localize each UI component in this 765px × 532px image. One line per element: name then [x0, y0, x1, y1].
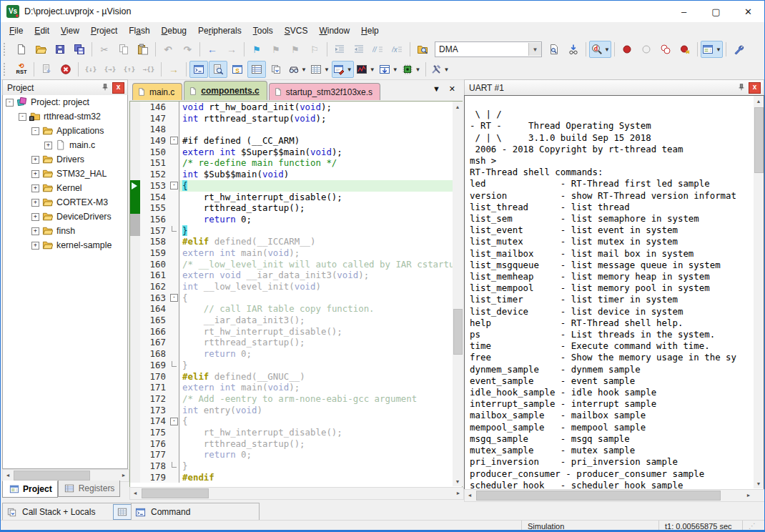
scroll-down-icon[interactable]: ▼ — [754, 478, 764, 488]
fold-margin[interactable] — [169, 371, 179, 383]
sidebar-item-devicedrivers[interactable]: +DeviceDrivers — [3, 210, 127, 224]
execution-margin[interactable] — [130, 135, 140, 147]
fold-margin[interactable] — [169, 405, 179, 416]
command-dock[interactable]: Command — [131, 503, 260, 521]
fold-margin[interactable] — [169, 393, 179, 405]
scroll-up-icon[interactable]: ▲ — [453, 102, 463, 112]
configure-target-button[interactable] — [729, 41, 748, 58]
new-file-button[interactable] — [12, 41, 31, 58]
execution-margin[interactable] — [130, 157, 140, 169]
uart-output[interactable]: \ | /- RT - Thread Operating System / | … — [464, 95, 764, 492]
fold-margin[interactable] — [169, 472, 179, 483]
expand-icon[interactable]: + — [44, 142, 52, 149]
scroll-down-icon[interactable]: ▼ — [453, 476, 463, 486]
execution-margin[interactable] — [130, 360, 140, 371]
chevron-down-icon[interactable]: ▼ — [716, 46, 721, 53]
uart-hscrollbar[interactable]: ◄ ► — [464, 489, 765, 502]
copy-button[interactable] — [114, 41, 133, 58]
menu-item-edit[interactable]: Edit — [29, 24, 55, 38]
step-button[interactable]: {↓} — [82, 61, 100, 78]
disassembly-window-button[interactable] — [209, 61, 227, 78]
menu-item-project[interactable]: Project — [85, 24, 123, 38]
window-views-button[interactable]: ▼ — [701, 41, 723, 58]
expand-icon[interactable]: + — [31, 242, 39, 250]
chevron-down-icon[interactable]: ▼ — [415, 66, 421, 73]
execution-margin[interactable] — [130, 214, 140, 225]
fold-margin[interactable]: - — [169, 180, 179, 192]
fold-margin[interactable] — [169, 247, 179, 259]
memory-window-button[interactable]: ▼ — [309, 61, 331, 78]
execution-margin[interactable] — [130, 259, 140, 270]
sidebar-item-finsh[interactable]: +finsh — [3, 224, 127, 238]
disable-all-breakpoints-button[interactable] — [656, 41, 675, 58]
execution-margin[interactable] — [130, 192, 140, 203]
chevron-down-icon[interactable]: ▼ — [393, 66, 398, 73]
expand-icon[interactable]: + — [31, 170, 39, 178]
scroll-right-icon[interactable]: ► — [119, 470, 129, 480]
chevron-down-icon[interactable]: ▼ — [324, 66, 330, 73]
uart-panel-close-icon[interactable]: x — [749, 82, 761, 94]
start-stop-debug-session-button[interactable]: d▼ — [589, 41, 611, 58]
execution-margin[interactable] — [130, 371, 140, 383]
navigate-back-button[interactable]: ← — [203, 41, 222, 58]
command-window-button[interactable] — [189, 61, 208, 78]
enable-disable-breakpoint-button[interactable] — [637, 41, 656, 58]
menu-item-view[interactable]: View — [55, 24, 85, 38]
scroll-left-icon[interactable]: ◄ — [465, 490, 475, 500]
collapse-icon[interactable]: - — [31, 127, 39, 135]
chevron-down-icon[interactable]: ▼ — [528, 43, 541, 56]
unindent-button[interactable] — [350, 41, 368, 58]
sidebar-item-main-c[interactable]: +main.c — [3, 138, 127, 152]
fold-margin[interactable] — [169, 315, 179, 326]
execution-margin[interactable] — [130, 393, 140, 405]
cut-button[interactable]: ✂ — [95, 41, 114, 58]
system-viewer-button[interactable]: ▼ — [400, 61, 423, 78]
editor-vscrollbar[interactable]: ▲ ▼ — [453, 102, 463, 486]
step-out-button[interactable]: {↑} — [120, 61, 139, 78]
execution-margin[interactable] — [130, 303, 140, 315]
fold-margin[interactable] — [169, 449, 179, 460]
save-all-button[interactable] — [70, 41, 89, 58]
registers-window-button[interactable] — [247, 61, 266, 78]
editor-tab-startup-stm32f103xe-s[interactable]: startup_stm32f103xe.s — [269, 83, 380, 100]
fold-margin[interactable]: - — [169, 292, 179, 304]
menu-item-peripherals[interactable]: Peripherals — [192, 24, 247, 38]
execution-margin[interactable] — [130, 315, 140, 326]
fold-margin[interactable] — [169, 192, 179, 203]
next-bookmark-button[interactable]: ⚑ — [286, 41, 305, 58]
pin-icon[interactable] — [737, 83, 746, 94]
tab-registers[interactable]: Registers — [58, 481, 121, 497]
insert-remove-breakpoint-button[interactable] — [618, 41, 636, 58]
fold-margin[interactable] — [169, 281, 179, 292]
execution-margin[interactable] — [130, 382, 140, 393]
fold-collapse-icon[interactable]: - — [170, 182, 178, 189]
fold-margin[interactable] — [169, 460, 179, 472]
pin-icon[interactable] — [101, 83, 109, 94]
chevron-down-icon[interactable]: ▼ — [444, 66, 450, 73]
fold-margin[interactable] — [169, 236, 179, 247]
toolbar-grip[interactable] — [4, 43, 9, 56]
execution-margin[interactable] — [130, 113, 140, 124]
execution-margin[interactable] — [130, 169, 140, 180]
menu-item-debug[interactable]: Debug — [156, 24, 192, 38]
execution-margin[interactable] — [130, 124, 140, 135]
kill-all-breakpoints-button[interactable] — [676, 41, 694, 58]
execution-margin[interactable] — [130, 348, 140, 360]
uncomment-selection-button[interactable]: /x — [388, 41, 407, 58]
execution-margin[interactable] — [130, 472, 140, 483]
execution-margin[interactable] — [130, 202, 140, 214]
call-stack-window-button[interactable] — [267, 61, 285, 78]
editor-hscrollbar[interactable]: ◄ ► — [129, 487, 464, 500]
fold-margin[interactable] — [169, 303, 179, 315]
menu-item-svcs[interactable]: SVCS — [279, 24, 314, 38]
fold-margin[interactable] — [169, 270, 179, 281]
paste-button[interactable] — [134, 41, 152, 58]
menu-item-file[interactable]: File — [4, 24, 29, 38]
fold-collapse-icon[interactable]: - — [170, 418, 178, 425]
expand-icon[interactable]: + — [31, 156, 39, 164]
project-panel-close-icon[interactable]: x — [112, 82, 124, 94]
step-over-button[interactable]: {→} — [101, 61, 119, 78]
scroll-thumb[interactable] — [142, 488, 209, 498]
fold-margin[interactable] — [169, 348, 179, 360]
add-watch-button[interactable] — [564, 41, 583, 58]
